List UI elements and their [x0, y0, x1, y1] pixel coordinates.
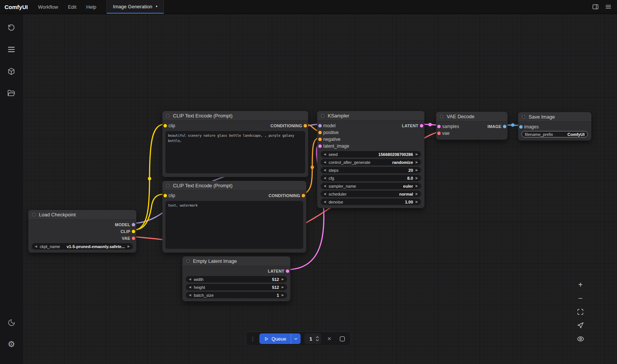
- vae-input-port[interactable]: [437, 132, 441, 135]
- decrement-arrow-icon[interactable]: ◀: [189, 278, 191, 281]
- widget-height[interactable]: ◀ height 512 ▶: [186, 284, 287, 290]
- clip-input-port[interactable]: [164, 124, 167, 128]
- workflows-button[interactable]: [4, 86, 19, 101]
- image-output-port[interactable]: [503, 125, 506, 128]
- hamburger-menu-button[interactable]: [603, 2, 614, 12]
- positive-input-port[interactable]: [318, 131, 322, 134]
- decrement-arrow-icon[interactable]: ◀: [324, 161, 326, 164]
- collapse-dot-icon[interactable]: [321, 114, 324, 117]
- widget-batch-size[interactable]: ◀ batch_size 1 ▶: [186, 292, 287, 298]
- increment-arrow-icon[interactable]: ▶: [416, 169, 418, 172]
- history-button[interactable]: [4, 20, 19, 35]
- decrement-arrow-icon[interactable]: ◀: [324, 177, 326, 180]
- decrement-arrow-icon[interactable]: ◀: [324, 201, 326, 204]
- widget-denoise[interactable]: ◀ denoise 1.00 ▶: [321, 199, 421, 205]
- widget-width[interactable]: ◀ width 512 ▶: [186, 276, 287, 282]
- settings-button[interactable]: ⚙: [4, 337, 19, 352]
- prompt-textarea[interactable]: beautiful scenery nature glass bottle la…: [165, 131, 305, 173]
- clear-queue-button[interactable]: ×: [325, 333, 334, 344]
- prompt-textarea[interactable]: text, watermark: [165, 201, 303, 249]
- tab-image-generation[interactable]: Image Generation ●: [106, 0, 164, 14]
- node-save-image[interactable]: Save Image images filename_prefix ComfyU…: [518, 112, 591, 140]
- increment-arrow-icon[interactable]: ▶: [282, 278, 284, 281]
- vae-output-port[interactable]: [132, 237, 135, 240]
- batch-count-input[interactable]: 1: [304, 333, 321, 344]
- panel-toggle-button[interactable]: [590, 2, 601, 12]
- decrement-arrow-icon[interactable]: ◀: [324, 185, 326, 188]
- widget-filename-prefix[interactable]: filename_prefix ComfyUI: [521, 131, 588, 137]
- node-vae-decode[interactable]: VAE Decode samples IMAGE vae: [436, 112, 507, 140]
- widget-scheduler[interactable]: ◀ scheduler normal ▶: [321, 191, 421, 197]
- decrement-arrow-icon[interactable]: ◀: [324, 153, 326, 156]
- drag-handle-icon[interactable]: ⋮: [250, 336, 256, 342]
- increment-arrow-icon[interactable]: ▶: [282, 294, 284, 297]
- widget-control-after-generate[interactable]: ◀ control_after_generate randomize ▶: [321, 159, 421, 165]
- decrement-arrow-icon[interactable]: ◀: [189, 294, 191, 297]
- zoom-out-button[interactable]: −: [575, 293, 585, 303]
- increment-arrow-icon[interactable]: ▶: [128, 245, 130, 248]
- decrement-arrow-icon[interactable]: ◀: [35, 245, 37, 248]
- select-mode-button[interactable]: [575, 321, 585, 330]
- widget-cfg[interactable]: ◀ cfg 8.0 ▶: [321, 175, 421, 181]
- latent-image-input-port[interactable]: [318, 145, 322, 148]
- increment-arrow-icon[interactable]: ▶: [416, 177, 418, 180]
- node-empty-latent-image[interactable]: Empty Latent Image LATENT ◀ width 512 ▶ …: [182, 256, 290, 301]
- theme-toggle-button[interactable]: [4, 315, 19, 330]
- conditioning-output-port[interactable]: [304, 124, 307, 128]
- model-library-button[interactable]: [4, 64, 19, 79]
- negative-input-port[interactable]: [318, 138, 322, 141]
- stop-button[interactable]: [338, 333, 347, 344]
- node-clip-text-encode-negative[interactable]: CLIP Text Encode (Prompt) clip CONDITION…: [162, 181, 306, 253]
- reroute-dot[interactable]: [429, 123, 432, 126]
- model-output-port[interactable]: [132, 223, 135, 227]
- reroute-dot[interactable]: [511, 123, 515, 127]
- node-header[interactable]: CLIP Text Encode (Prompt): [162, 111, 308, 121]
- toggle-visibility-button[interactable]: [575, 334, 585, 344]
- increment-arrow-icon[interactable]: ▶: [416, 193, 418, 196]
- node-ksampler[interactable]: KSampler model LATENT positive negative …: [317, 111, 424, 208]
- step-down-icon[interactable]: [315, 339, 319, 342]
- node-clip-text-encode-positive[interactable]: CLIP Text Encode (Prompt) clip CONDITION…: [162, 111, 308, 177]
- conditioning-output-port[interactable]: [302, 194, 305, 197]
- widget-ckpt-name[interactable]: ◀ ckpt_name v1-5-pruned-emaonly.safete..…: [32, 243, 133, 250]
- decrement-arrow-icon[interactable]: ◀: [324, 193, 326, 196]
- step-up-icon[interactable]: [315, 336, 319, 339]
- clip-input-port[interactable]: [164, 194, 167, 197]
- collapse-dot-icon[interactable]: [186, 259, 190, 263]
- zoom-in-button[interactable]: +: [575, 280, 585, 289]
- increment-arrow-icon[interactable]: ▶: [416, 185, 418, 188]
- latent-output-port[interactable]: [420, 124, 423, 128]
- widget-sampler-name[interactable]: ◀ sampler_name euler ▶: [321, 183, 421, 189]
- reroute-dot[interactable]: [148, 177, 151, 180]
- increment-arrow-icon[interactable]: ▶: [416, 153, 418, 156]
- node-header[interactable]: Save Image: [518, 112, 591, 122]
- collapse-dot-icon[interactable]: [32, 213, 35, 216]
- collapse-dot-icon[interactable]: [166, 114, 170, 117]
- collapse-dot-icon[interactable]: [166, 184, 170, 187]
- clip-output-port[interactable]: [132, 230, 135, 233]
- increment-arrow-icon[interactable]: ▶: [416, 201, 418, 204]
- increment-arrow-icon[interactable]: ▶: [416, 161, 418, 164]
- increment-arrow-icon[interactable]: ▶: [282, 286, 284, 289]
- images-input-port[interactable]: [519, 125, 523, 129]
- node-header[interactable]: KSampler: [317, 111, 424, 121]
- node-header[interactable]: CLIP Text Encode (Prompt): [162, 181, 306, 191]
- latent-output-port[interactable]: [286, 270, 289, 273]
- collapse-dot-icon[interactable]: [440, 115, 443, 118]
- node-header[interactable]: VAE Decode: [436, 112, 507, 122]
- node-load-checkpoint[interactable]: Load Checkpoint MODEL CLIP VAE ◀ ckpt_na…: [28, 210, 136, 253]
- node-header[interactable]: Load Checkpoint: [28, 210, 136, 220]
- widget-seed[interactable]: ◀ seed 156680208700286 ▶: [321, 151, 421, 157]
- queue-button[interactable]: Queue: [259, 333, 291, 344]
- decrement-arrow-icon[interactable]: ◀: [324, 169, 326, 172]
- menu-workflow[interactable]: Workflow: [33, 0, 63, 14]
- reroute-dot[interactable]: [311, 166, 314, 169]
- decrement-arrow-icon[interactable]: ◀: [189, 286, 191, 289]
- graph-canvas[interactable]: Load Checkpoint MODEL CLIP VAE ◀ ckpt_na…: [23, 14, 617, 364]
- menu-edit[interactable]: Edit: [63, 0, 81, 14]
- queue-options-button[interactable]: [291, 333, 301, 344]
- samples-input-port[interactable]: [437, 125, 441, 128]
- widget-steps[interactable]: ◀ steps 20 ▶: [321, 167, 421, 173]
- menu-help[interactable]: Help: [81, 0, 101, 14]
- collapse-dot-icon[interactable]: [522, 115, 525, 119]
